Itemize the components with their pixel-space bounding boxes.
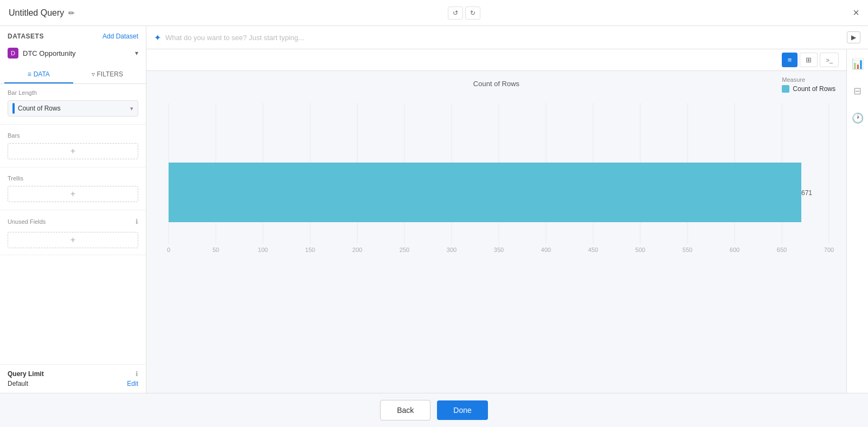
query-input[interactable]: [165, 34, 843, 42]
page-title: Untitled Query: [9, 8, 64, 18]
redo-button[interactable]: ↻: [465, 7, 480, 20]
trellis-label: Trellis: [8, 175, 138, 182]
count-of-rows-pill[interactable]: Count of Rows ▾: [8, 100, 138, 117]
legend-label: Count of Rows: [793, 85, 835, 93]
left-sidebar: Datasets Add Dataset D DTC Opportunity ▾…: [0, 26, 146, 393]
bar-value-label: 671: [801, 189, 812, 197]
add-bars-button[interactable]: +: [8, 143, 138, 159]
legend-color-swatch: [782, 85, 789, 93]
svg-text:600: 600: [730, 247, 740, 253]
run-icon: ▶: [851, 34, 856, 41]
chart-type-icon[interactable]: 📊: [848, 55, 867, 73]
bar-rect: [169, 163, 801, 222]
svg-text:0: 0: [167, 247, 170, 253]
sidebar-tabs: ≡ DATA ▿ FILTERS: [0, 66, 146, 84]
svg-text:550: 550: [683, 247, 692, 253]
edit-icon[interactable]: ✏: [68, 9, 75, 17]
tab-filters[interactable]: ▿ FILTERS: [73, 66, 142, 83]
bottom-bar: Back Done: [0, 393, 868, 427]
datasets-label: Datasets: [8, 33, 44, 40]
dataset-name: DTC Opportunity: [23, 49, 131, 57]
query-limit-info-icon[interactable]: ℹ: [136, 370, 138, 378]
dataset-chevron-icon[interactable]: ▾: [135, 49, 138, 57]
table-view-button[interactable]: ⊞: [800, 53, 818, 67]
svg-text:500: 500: [635, 247, 645, 253]
code-view-button[interactable]: >_: [820, 53, 839, 67]
svg-text:450: 450: [588, 247, 598, 253]
back-button[interactable]: Back: [380, 400, 430, 420]
schedule-icon[interactable]: 🕐: [848, 109, 867, 127]
query-limit-section: Query Limit ℹ Default Edit: [0, 364, 146, 393]
svg-text:700: 700: [824, 247, 834, 253]
add-unused-field-button[interactable]: +: [8, 232, 138, 248]
query-bar: ✦ ▶: [146, 26, 868, 49]
data-tab-icon: ≡: [28, 70, 31, 78]
svg-text:400: 400: [541, 247, 551, 253]
add-trellis-button[interactable]: +: [8, 186, 138, 202]
add-dataset-button[interactable]: Add Dataset: [102, 33, 138, 40]
right-sidebar: 📊 ⊟ 🕐: [846, 49, 868, 393]
legend-item: Count of Rows: [782, 85, 835, 93]
chart-area: Measure Count of Rows Count of Rows 0: [146, 71, 846, 393]
query-limit-value: Default: [8, 380, 28, 387]
dataset-icon: D: [8, 48, 18, 59]
svg-text:650: 650: [777, 247, 787, 253]
filter-icon[interactable]: ⊟: [850, 82, 865, 100]
bar-length-label: Bar Length: [8, 89, 138, 96]
chart-title: Count of Rows: [155, 80, 838, 88]
svg-text:100: 100: [258, 247, 268, 253]
bars-label: Bars: [8, 132, 138, 139]
bar-chart-button[interactable]: ≡: [782, 53, 798, 67]
unused-fields-label: Unused Fields: [8, 218, 46, 225]
svg-text:200: 200: [352, 247, 362, 253]
query-limit-edit-button[interactable]: Edit: [127, 380, 138, 387]
bar-chart-svg: 0 50 100 150 200 250 300 350 400 450 500…: [155, 92, 838, 266]
pill-color-indicator: [12, 103, 15, 114]
svg-text:150: 150: [305, 247, 315, 253]
unused-fields-header: Unused Fields ℹ: [0, 212, 146, 229]
dataset-row: D DTC Opportunity ▾: [0, 44, 146, 62]
svg-text:250: 250: [400, 247, 409, 253]
unused-fields-info-icon[interactable]: ℹ: [136, 218, 138, 225]
run-query-button[interactable]: ▶: [847, 31, 860, 43]
bar-length-field: Count of Rows: [18, 105, 127, 112]
bars-section: Bars +: [0, 127, 146, 165]
pill-chevron-icon[interactable]: ▾: [130, 105, 133, 112]
svg-text:50: 50: [213, 247, 219, 253]
svg-text:350: 350: [494, 247, 504, 253]
undo-button[interactable]: ↺: [448, 7, 463, 20]
chart-legend: Measure Count of Rows: [782, 76, 835, 93]
done-button[interactable]: Done: [437, 400, 487, 420]
query-limit-label: Query Limit: [8, 370, 44, 378]
svg-text:300: 300: [447, 247, 456, 253]
trellis-section: Trellis +: [0, 170, 146, 208]
tab-data[interactable]: ≡ DATA: [4, 66, 73, 83]
viz-toolbar: ≡ ⊞ >_: [146, 49, 846, 71]
bar-length-section: Bar Length Count of Rows ▾: [0, 84, 146, 122]
ai-star-icon: ✦: [154, 33, 161, 43]
filters-tab-icon: ▿: [92, 70, 95, 78]
close-button[interactable]: ×: [853, 7, 859, 19]
legend-title: Measure: [782, 76, 835, 83]
